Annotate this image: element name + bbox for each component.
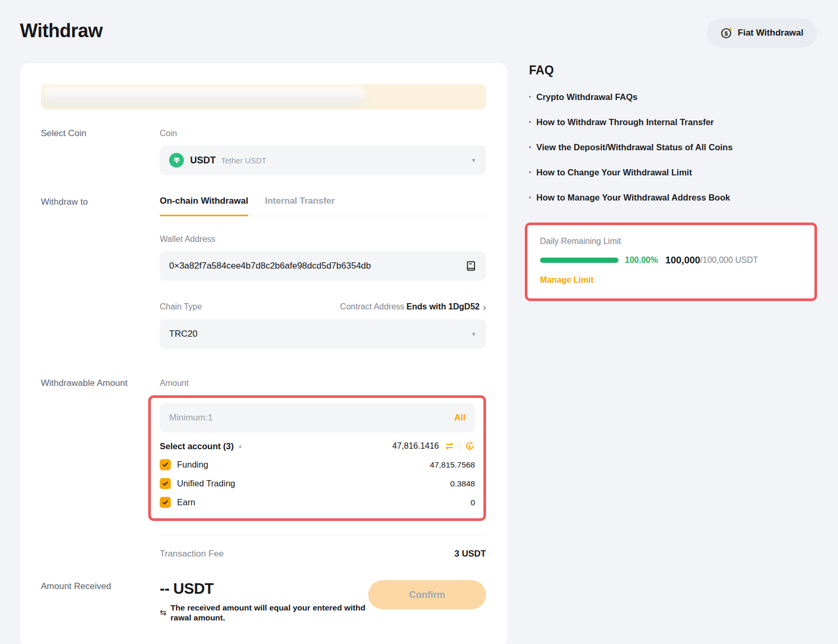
checkbox-unified-trading[interactable] [160, 478, 171, 489]
manage-limit-link[interactable]: Manage Limit [540, 275, 593, 285]
account-name: Funding [177, 460, 208, 470]
checkbox-earn[interactable] [160, 497, 171, 508]
coin-full-name: Tether USDT [221, 156, 267, 165]
received-note: ⇆ The received amount will equal your en… [160, 603, 368, 623]
select-coin-row: Select Coin Coin USDT Tether USDT [41, 127, 486, 175]
amount-received-label: Amount Received [41, 580, 160, 623]
contract-address-link[interactable]: Contract Address Ends with 1DgD52 › [340, 302, 486, 312]
faq-title: FAQ [529, 63, 817, 77]
annotation-box-amount: All Select account (3) ▲ 47,816.1416 [148, 395, 486, 521]
faq-item-crypto-withdrawal-faqs[interactable]: Crypto Withdrawal FAQs [529, 92, 817, 102]
faq-list: Crypto Withdrawal FAQs How to Withdraw T… [529, 92, 817, 203]
faq-sidebar: FAQ Crypto Withdrawal FAQs How to Withdr… [507, 63, 817, 301]
account-row-earn: Earn 0 [160, 497, 475, 508]
fiat-withdrawal-button[interactable]: $ + Fiat Withdrawal [707, 18, 817, 48]
account-amount: 0.3848 [450, 479, 475, 488]
coin-select[interactable]: USDT Tether USDT ▼ [160, 146, 486, 175]
limit-progress-fill [540, 258, 619, 263]
address-book-icon[interactable] [465, 260, 477, 272]
checkbox-funding[interactable] [160, 459, 171, 470]
withdrawable-amount-row: Withdrawable Amount Amount All Select ac… [41, 377, 486, 521]
received-note-text: The received amount will equal your ente… [171, 603, 368, 623]
triangle-up-icon: ▲ [238, 443, 242, 449]
daily-limit-title: Daily Remaining Limit [540, 237, 802, 246]
bullet-icon [529, 171, 531, 173]
page-header: Withdraw $ + Fiat Withdrawal [20, 16, 817, 48]
transfer-icon[interactable] [444, 441, 455, 451]
divider [160, 535, 486, 535]
content: Select Coin Coin USDT Tether USDT [20, 63, 817, 644]
faq-item-change-withdrawal-limit[interactable]: How to Change Your Withdrawal Limit [529, 168, 817, 177]
withdraw-to-row: Withdraw to On-chain Withdrawal Internal… [41, 196, 486, 349]
bullet-icon [529, 96, 531, 98]
select-coin-label: Select Coin [41, 127, 160, 175]
transaction-fee-value: 3 USDT [455, 549, 486, 559]
select-account-row: Select account (3) ▲ 47,816.1416 [160, 441, 475, 451]
tab-onchain-withdrawal[interactable]: On-chain Withdrawal [160, 196, 248, 216]
amount-input[interactable] [169, 413, 454, 423]
tether-icon [169, 153, 184, 168]
notice-banner-blurred [41, 84, 486, 109]
swap-arrows-icon: ⇆ [160, 608, 167, 617]
bullet-icon [529, 196, 531, 198]
account-name: Unified Trading [177, 479, 235, 488]
daily-limit-card: Daily Remaining Limit 100.00% 100,000 /1… [527, 225, 814, 298]
faq-item-address-book[interactable]: How to Manage Your Withdrawal Address Bo… [529, 193, 817, 203]
coin-symbol: USDT [190, 155, 216, 166]
limit-progress-row: 100.00% 100,000 /100,000 USDT [540, 254, 802, 266]
bullet-icon [529, 146, 531, 148]
coin-field-label: Coin [160, 127, 486, 140]
chevron-right-icon: › [483, 302, 486, 312]
contract-address-value: Ends with 1DgD52 [406, 302, 480, 312]
annotation-box-limit: Daily Remaining Limit 100.00% 100,000 /1… [525, 223, 817, 301]
limit-progress-bar [540, 258, 619, 263]
faq-item-internal-transfer[interactable]: How to Withdraw Through Internal Transfe… [529, 117, 817, 127]
amount-all-button[interactable]: All [454, 413, 466, 423]
wallet-address-field [160, 251, 486, 281]
amount-received-row: Amount Received -- USDT ⇆ The received a… [41, 580, 486, 623]
svg-text:$: $ [468, 443, 471, 449]
account-total-amount: 47,816.1416 [392, 441, 439, 451]
wallet-address-input[interactable] [169, 261, 459, 271]
vertical-divider [459, 441, 460, 451]
account-row-unified-trading: Unified Trading 0.3848 [160, 478, 475, 489]
withdraw-tabs: On-chain Withdrawal Internal Transfer [160, 196, 486, 216]
tab-internal-transfer[interactable]: Internal Transfer [265, 196, 335, 216]
withdraw-to-label: Withdraw to [41, 196, 160, 349]
select-account-label[interactable]: Select account (3) [160, 441, 234, 451]
received-amount-value: -- USDT [160, 580, 368, 597]
withdraw-page: Withdraw $ + Fiat Withdrawal Select Coin [0, 0, 838, 644]
account-amount: 47,815.7568 [430, 460, 475, 470]
chevron-down-icon: ▼ [471, 331, 477, 337]
contract-address-label: Contract Address [340, 302, 404, 312]
confirm-button[interactable]: Confirm [368, 580, 486, 609]
blurred-banner-text [44, 87, 365, 107]
page-title: Withdraw [20, 16, 103, 42]
amount-input-field: All [160, 403, 475, 432]
chevron-down-icon: ▼ [471, 157, 477, 163]
withdraw-form-card: Select Coin Coin USDT Tether USDT [20, 63, 507, 644]
chain-type-label: Chain Type [160, 301, 202, 313]
wallet-address-label: Wallet Address [160, 233, 486, 246]
limit-percent: 100.00% [625, 256, 658, 265]
account-row-funding: Funding 47,815.7568 [160, 459, 475, 470]
amount-field-label: Amount [160, 377, 486, 390]
fiat-withdrawal-label: Fiat Withdrawal [738, 28, 803, 38]
faq-item-deposit-withdrawal-status[interactable]: View the Deposit/Withdrawal Status of Al… [529, 142, 817, 152]
svg-text:$: $ [724, 30, 728, 37]
svg-text:+: + [729, 27, 732, 32]
divider [537, 218, 817, 218]
limit-total: /100,000 USDT [700, 256, 758, 265]
transaction-fee-label: Transaction Fee [160, 549, 224, 559]
chain-type-select[interactable]: TRC20 ▼ [160, 319, 486, 349]
chain-type-value: TRC20 [169, 329, 197, 339]
transaction-fee-row: Transaction Fee 3 USDT [160, 549, 486, 559]
fiat-coin-icon: $ + [720, 27, 733, 39]
chain-head-row: Chain Type Contract Address Ends with 1D… [160, 301, 486, 313]
convert-refresh-icon[interactable]: $ [465, 441, 475, 451]
account-amount: 0 [470, 498, 475, 507]
account-name: Earn [177, 497, 195, 507]
limit-remaining: 100,000 [665, 254, 700, 266]
withdrawable-amount-label: Withdrawable Amount [41, 377, 160, 521]
bullet-icon [529, 121, 531, 123]
